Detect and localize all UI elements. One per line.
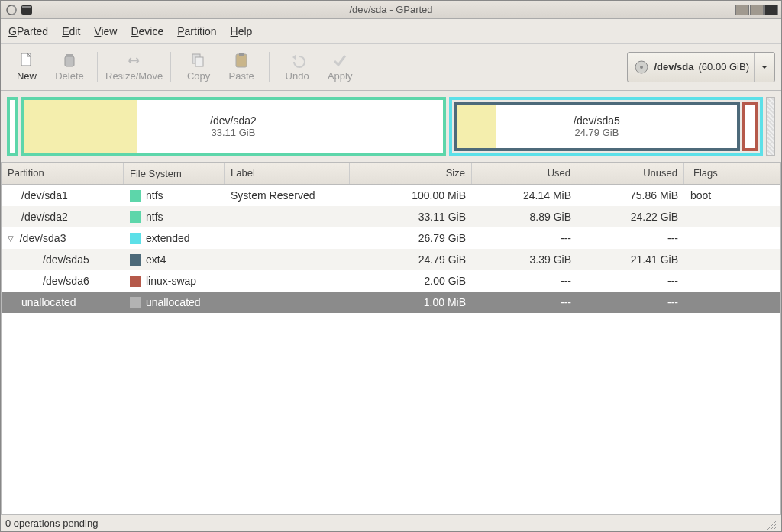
fs-swatch [130, 254, 141, 266]
toolbar-separator [97, 52, 98, 82]
menu-view[interactable]: View [94, 25, 117, 37]
cell-size: 24.79 GiB [350, 250, 472, 269]
col-size[interactable]: Size [350, 163, 472, 184]
fs-swatch [130, 233, 141, 244]
chevron-down-icon [761, 63, 768, 71]
graph-sda2-name: /dev/sda2 [210, 114, 257, 127]
table-body: /dev/sda1ntfsSystem Reserved100.00 MiB24… [2, 185, 780, 313]
graph-sda5-used [457, 105, 496, 148]
graph-sda6[interactable] [742, 102, 758, 151]
col-label[interactable]: Label [225, 163, 350, 184]
cell-flags [684, 214, 780, 220]
statusbar: 0 operations pending [1, 514, 781, 531]
cell-partition: /dev/sda5 [2, 250, 124, 269]
table-header: Partition File System Label Size Used Un… [2, 163, 780, 185]
copy-icon [190, 52, 207, 69]
cell-used: 24.14 MiB [472, 186, 577, 205]
fs-name: ntfs [146, 189, 163, 202]
cell-filesystem: linux-swap [124, 272, 225, 290]
device-picker-device: /dev/sda [654, 61, 693, 73]
device-picker[interactable]: /dev/sda (60.00 GiB) [627, 52, 775, 82]
disk-icon [634, 60, 649, 75]
new-button[interactable]: New [7, 47, 47, 87]
cell-size: 100.00 MiB [350, 186, 472, 205]
cell-filesystem: extended [124, 229, 225, 247]
svg-rect-5 [66, 54, 73, 56]
fs-name: linux-swap [146, 275, 196, 287]
fs-name: extended [146, 232, 190, 244]
table-row[interactable]: unallocatedunallocated1.00 MiB------ [2, 292, 780, 313]
graph-sda5-name: /dev/sda5 [574, 114, 620, 127]
resize-move-button[interactable]: Resize/Move [105, 47, 163, 87]
cell-flags [684, 235, 780, 241]
resize-icon [126, 52, 143, 69]
cell-label [225, 278, 350, 284]
svg-rect-8 [236, 54, 247, 67]
cell-used: --- [472, 293, 577, 311]
cell-flags [684, 278, 780, 284]
cell-filesystem: ext4 [124, 250, 225, 269]
paste-icon [233, 52, 250, 69]
device-picker-dropdown[interactable] [754, 53, 768, 82]
table-row[interactable]: /dev/sda6linux-swap2.00 GiB------ [2, 270, 780, 292]
menu-help[interactable]: Help [231, 25, 253, 37]
menu-edit[interactable]: Edit [62, 25, 80, 37]
cell-filesystem: ntfs [124, 186, 225, 205]
paste-button[interactable]: Paste [221, 47, 261, 87]
col-unused[interactable]: Unused [577, 163, 684, 184]
table-row[interactable]: /dev/sda5ext424.79 GiB3.39 GiB21.41 GiB [2, 249, 780, 270]
col-filesystem[interactable]: File System [124, 163, 225, 184]
delete-icon [61, 52, 78, 69]
cell-partition: /dev/sda6 [2, 272, 124, 290]
fs-swatch [130, 190, 141, 202]
undo-button[interactable]: Undo [277, 47, 317, 87]
status-text: 0 operations pending [5, 517, 98, 529]
graph-sda2[interactable]: /dev/sda2 33.11 GiB [21, 97, 446, 156]
cell-flags [684, 299, 780, 305]
cell-size: 33.11 GiB [350, 208, 472, 226]
partition-name: /dev/sda5 [43, 253, 89, 266]
cell-unused: --- [577, 272, 684, 290]
cell-partition: /dev/sda2 [2, 208, 124, 226]
partition-table: Partition File System Label Size Used Un… [1, 163, 781, 514]
cell-used: 8.89 GiB [472, 208, 577, 226]
graph-sda5[interactable]: /dev/sda5 24.79 GiB [454, 102, 740, 151]
cell-size: 2.00 GiB [350, 272, 472, 290]
table-row[interactable]: ▽/dev/sda3extended26.79 GiB------ [2, 227, 780, 249]
menu-gparted[interactable]: GParted [8, 25, 48, 37]
window-title: /dev/sda - GParted [1, 4, 781, 15]
gparted-window: /dev/sda - GParted GParted Edit View Dev… [0, 0, 782, 532]
copy-button[interactable]: Copy [179, 47, 218, 87]
delete-button[interactable]: Delete [50, 47, 89, 87]
toolbar: New Delete Resize/Move Copy Paste Undo A… [1, 44, 781, 91]
apply-button[interactable]: Apply [320, 47, 360, 87]
resize-grip[interactable] [764, 517, 777, 530]
col-partition[interactable]: Partition [2, 163, 124, 184]
partition-graph: /dev/sda2 33.11 GiB /dev/sda5 24.79 GiB [1, 91, 781, 163]
fs-swatch [130, 211, 141, 223]
col-flags[interactable]: Flags [684, 163, 780, 184]
menu-device[interactable]: Device [131, 25, 163, 37]
cell-label [225, 235, 350, 241]
expand-icon[interactable]: ▽ [8, 234, 14, 243]
partition-name: /dev/sda2 [21, 211, 68, 223]
cell-label: System Reserved [225, 186, 350, 205]
cell-used: --- [472, 272, 577, 290]
col-used[interactable]: Used [472, 163, 577, 184]
menubar: GParted Edit View Device Partition Help [1, 19, 781, 44]
cell-size: 1.00 MiB [350, 293, 472, 311]
cell-used: 3.39 GiB [472, 250, 577, 269]
partition-name: /dev/sda1 [21, 189, 68, 202]
menu-partition[interactable]: Partition [177, 25, 216, 37]
graph-sda1[interactable] [7, 97, 18, 156]
device-picker-size: (60.00 GiB) [699, 61, 749, 73]
table-row[interactable]: /dev/sda1ntfsSystem Reserved100.00 MiB24… [2, 185, 780, 206]
table-row[interactable]: /dev/sda2ntfs33.11 GiB8.89 GiB24.22 GiB [2, 206, 780, 227]
titlebar[interactable]: /dev/sda - GParted [1, 1, 781, 19]
graph-unallocated[interactable] [766, 97, 775, 156]
graph-sda3[interactable]: /dev/sda5 24.79 GiB [449, 97, 763, 156]
partition-name: unallocated [21, 296, 76, 308]
graph-sda2-used [24, 100, 137, 153]
fs-name: ntfs [146, 211, 163, 223]
cell-label [225, 214, 350, 220]
